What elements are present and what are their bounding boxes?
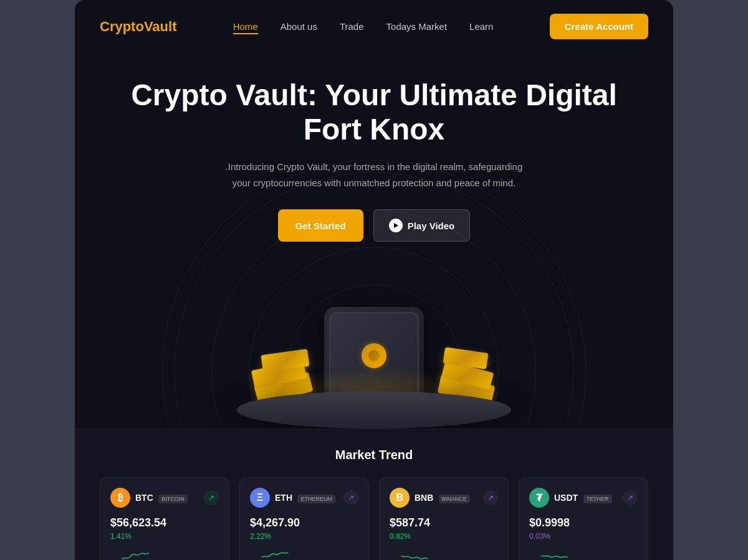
btc-sparkline xyxy=(110,546,219,560)
logo-start: Crypto xyxy=(100,19,144,34)
usdt-change: 0,03% xyxy=(529,532,638,541)
logo-end: Vault xyxy=(144,19,177,34)
nav-item-market[interactable]: Todays Market xyxy=(386,21,448,32)
eth-price: $4,267.90 xyxy=(250,516,358,529)
safe-handle xyxy=(362,343,386,368)
nav-link-trade[interactable]: Trade xyxy=(340,21,364,32)
nav-link-market[interactable]: Todays Market xyxy=(386,21,448,32)
eth-icon: Ξ xyxy=(250,488,270,508)
nav-item-about[interactable]: About us xyxy=(280,21,317,32)
nav-item-trade[interactable]: Trade xyxy=(340,21,364,32)
usdt-labels: USDT TETHER xyxy=(554,492,612,503)
create-account-button[interactable]: Create Account xyxy=(550,14,648,39)
play-video-button[interactable]: Play Video xyxy=(373,209,471,242)
eth-sparkline xyxy=(250,546,358,560)
usdt-sparkline xyxy=(529,546,638,560)
nav-link-home[interactable]: Home xyxy=(233,21,258,34)
btc-price: $56,623.54 xyxy=(110,516,219,529)
bnb-trend-arrow: ↗ xyxy=(483,490,498,505)
market-cards: ₿ BTC BITCOIN ↗ $56,623.54 1.41% xyxy=(100,477,648,560)
market-card-usdt[interactable]: ₮ USDT TETHER ↗ $0.9998 0,03% xyxy=(519,477,648,560)
bnb-labels: BNB BINANCE xyxy=(415,492,470,503)
market-card-bnb[interactable]: B BNB BINANCE ↗ $587.74 0.82% xyxy=(379,477,509,560)
nav-item-home[interactable]: Home xyxy=(233,21,258,32)
usdt-icon: ₮ xyxy=(529,488,549,508)
hero-title: Crypto Vault: Your Ultimate Digital Fort… xyxy=(100,78,648,146)
nav-links: Home About us Trade Todays Market Learn xyxy=(233,21,494,32)
hero-buttons: Get Started Play Video xyxy=(100,209,648,242)
usdt-symbol: USDT xyxy=(554,493,578,503)
vault-area xyxy=(100,254,648,429)
coin-info-bnb: B BNB BINANCE xyxy=(390,488,470,508)
market-card-btc[interactable]: ₿ BTC BITCOIN ↗ $56,623.54 1.41% xyxy=(100,477,229,560)
market-section: Market Trend ₿ BTC BITCOIN ↗ $56,623.54 … xyxy=(75,429,673,560)
podium xyxy=(237,391,511,429)
play-icon xyxy=(389,219,403,232)
get-started-button[interactable]: Get Started xyxy=(278,209,363,242)
btc-symbol: BTC xyxy=(135,493,153,503)
coin-info-usdt: ₮ USDT TETHER xyxy=(529,488,612,508)
usdt-price: $0.9998 xyxy=(529,516,638,529)
bnb-price: $587.74 xyxy=(390,516,498,529)
vault-stage xyxy=(218,254,530,429)
bnb-icon: B xyxy=(390,488,410,508)
coin-info-eth: Ξ ETH ETHEREUM xyxy=(250,488,335,508)
nav-item-learn[interactable]: Learn xyxy=(469,21,493,32)
hero-section: Crypto Vault: Your Ultimate Digital Fort… xyxy=(75,53,673,429)
market-card-eth[interactable]: Ξ ETH ETHEREUM ↗ $4,267.90 2.22% xyxy=(239,477,369,560)
bnb-sparkline xyxy=(390,546,498,560)
eth-change: 2.22% xyxy=(250,532,358,541)
eth-badge: ETHEREUM xyxy=(297,495,335,503)
nav-link-learn[interactable]: Learn xyxy=(469,21,493,32)
eth-trend-arrow: ↗ xyxy=(343,490,358,505)
coin-info-btc: ₿ BTC BITCOIN xyxy=(110,488,188,508)
bnb-symbol: BNB xyxy=(415,493,433,503)
nav-link-about[interactable]: About us xyxy=(280,21,317,32)
bnb-badge: BINANCE xyxy=(439,495,470,503)
btc-change: 1.41% xyxy=(110,532,219,541)
card-header-btc: ₿ BTC BITCOIN ↗ xyxy=(110,488,219,508)
hero-subtitle: .Introducing Crypto Vault, your fortress… xyxy=(218,159,530,191)
play-video-label: Play Video xyxy=(408,221,455,231)
eth-symbol: ETH xyxy=(275,493,292,503)
btc-badge: BITCOIN xyxy=(158,495,188,503)
btc-trend-arrow: ↗ xyxy=(204,490,219,505)
card-header-eth: Ξ ETH ETHEREUM ↗ xyxy=(250,488,358,508)
navbar: CryptoVault Home About us Trade Todays M… xyxy=(75,0,673,53)
usdt-badge: TETHER xyxy=(583,495,612,503)
btc-icon: ₿ xyxy=(110,488,130,508)
bnb-change: 0.82% xyxy=(390,532,498,541)
card-header-bnb: B BNB BINANCE ↗ xyxy=(390,488,498,508)
card-header-usdt: ₮ USDT TETHER ↗ xyxy=(529,488,638,508)
btc-labels: BTC BITCOIN xyxy=(135,492,188,503)
usdt-trend-arrow: ↗ xyxy=(623,490,638,505)
page-wrapper: CryptoVault Home About us Trade Todays M… xyxy=(75,0,673,560)
eth-labels: ETH ETHEREUM xyxy=(275,492,335,503)
logo[interactable]: CryptoVault xyxy=(100,19,176,35)
market-title: Market Trend xyxy=(100,448,648,462)
